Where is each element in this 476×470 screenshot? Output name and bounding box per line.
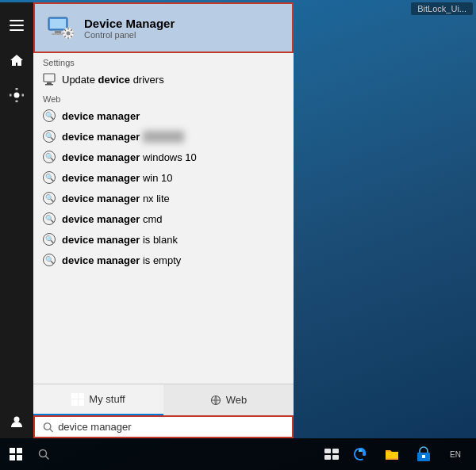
system-tray[interactable]: EN (441, 440, 470, 468)
tab-web[interactable]: Web (163, 384, 294, 415)
web-item-7-label: device manager is blank (62, 234, 178, 246)
web-item-8-label: device manager is empty (62, 254, 181, 266)
start-windows-logo (10, 448, 22, 460)
search-icon-6: 🔍 (43, 212, 56, 225)
store-icon[interactable] (409, 440, 438, 468)
web-item-2[interactable]: 🔍 device manager xxxxxxxx (33, 126, 294, 147)
svg-rect-20 (324, 449, 331, 453)
web-item-1-label: device manager (62, 110, 140, 122)
svg-rect-11 (44, 74, 55, 82)
nav-sidebar (0, 2, 33, 438)
svg-rect-23 (332, 455, 339, 460)
top-result-device-manager[interactable]: Device Manager Control panel (33, 2, 294, 53)
web-item-5[interactable]: 🔍 device manager nx lite (33, 188, 294, 208)
search-icon-2: 🔍 (43, 130, 56, 143)
svg-line-17 (50, 429, 52, 431)
search-input-container (33, 415, 294, 438)
svg-rect-0 (10, 20, 24, 21)
search-icon-5: 🔍 (43, 192, 56, 204)
settings-section-header: Settings (33, 53, 294, 69)
blurred-text: xxxxxxxx (143, 131, 184, 143)
web-item-4-label: device manager win 10 (62, 172, 172, 184)
svg-rect-7 (55, 31, 61, 33)
web-item-5-label: device manager nx lite (62, 193, 170, 204)
settings-item-label: Update device drivers (62, 74, 164, 86)
svg-line-19 (46, 457, 49, 460)
start-button[interactable] (0, 438, 32, 470)
windows-logo-icon (71, 393, 84, 406)
svg-rect-12 (47, 82, 52, 84)
top-result-title: Device Manager (84, 17, 175, 30)
svg-point-4 (14, 417, 20, 422)
desktop-tab-bitlock: BitLock_Ui... (411, 2, 473, 15)
svg-rect-6 (50, 19, 66, 29)
tab-my-stuff[interactable]: My stuff (33, 384, 163, 415)
task-view-button[interactable] (317, 440, 346, 468)
start-menu: Device Manager Control panel Settings Up… (0, 2, 294, 438)
svg-rect-13 (45, 84, 53, 86)
taskbar: EN (0, 438, 476, 470)
search-icon-4: 🔍 (43, 171, 56, 184)
svg-rect-2 (10, 29, 24, 31)
svg-rect-21 (332, 449, 339, 453)
top-result-subtitle: Control panel (84, 30, 175, 40)
svg-rect-1 (10, 25, 24, 26)
web-item-7[interactable]: 🔍 device manager is blank (33, 229, 294, 250)
search-icon-7: 🔍 (43, 233, 56, 246)
file-explorer-icon[interactable] (378, 440, 406, 468)
search-results-panel: Device Manager Control panel Settings Up… (33, 2, 294, 438)
edge-icon[interactable] (346, 440, 374, 468)
svg-rect-8 (52, 33, 64, 35)
search-icon-3: 🔍 (43, 151, 56, 163)
svg-rect-22 (324, 455, 331, 460)
web-item-6[interactable]: 🔍 device manager cmd (33, 208, 294, 229)
tab-web-label: Web (226, 394, 248, 406)
nav-hamburger[interactable] (0, 9, 33, 42)
search-icon: 🔍 (43, 109, 56, 122)
nav-user[interactable] (0, 405, 33, 438)
taskbar-icons-right: EN (346, 440, 476, 468)
search-icon-8: 🔍 (43, 254, 56, 266)
device-manager-icon (44, 12, 76, 44)
web-item-3[interactable]: 🔍 device manager windows 10 (33, 147, 294, 167)
web-item-8[interactable]: 🔍 device manager is empty (33, 250, 294, 270)
search-bottom-tabs: My stuff Web (33, 384, 294, 415)
web-section-header: Web (33, 90, 294, 105)
tab-my-stuff-label: My stuff (89, 393, 125, 405)
web-item-2-label: device manager xxxxxxxx (62, 131, 184, 143)
web-item-6-label: device manager cmd (62, 213, 162, 225)
top-result-text: Device Manager Control panel (84, 17, 175, 40)
web-item-4[interactable]: 🔍 device manager win 10 (33, 167, 294, 188)
nav-settings[interactable] (0, 78, 33, 112)
web-item-1[interactable]: 🔍 device manager (33, 105, 294, 126)
svg-point-10 (67, 32, 71, 36)
svg-rect-25 (422, 455, 425, 458)
taskbar-search-area (32, 438, 317, 470)
settings-update-drivers[interactable]: Update device drivers (33, 69, 294, 90)
nav-home[interactable] (0, 44, 33, 77)
web-item-3-label: device manager windows 10 (62, 151, 197, 163)
search-input[interactable] (58, 421, 284, 433)
